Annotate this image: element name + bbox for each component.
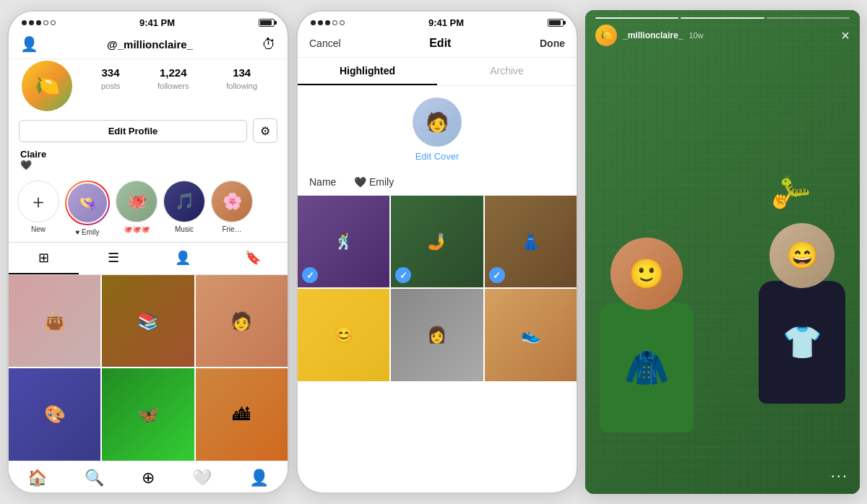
photo-cell-3[interactable]: 🧑 bbox=[196, 275, 288, 367]
dot2-1 bbox=[311, 20, 316, 25]
tab-list[interactable]: ☰ bbox=[79, 243, 149, 274]
tab-highlighted[interactable]: Highlighted bbox=[298, 58, 437, 85]
name-heart: 🖤 bbox=[354, 176, 366, 188]
profile-avatar[interactable]: 🍋 bbox=[20, 59, 74, 113]
photo-cell-6[interactable]: 🏙 bbox=[196, 368, 288, 460]
profile-header: 👤 @_millionclaire_ ⏱ bbox=[9, 31, 288, 59]
person2-head: 😄 bbox=[769, 223, 834, 288]
photo-cell-1[interactable]: 👜 bbox=[9, 275, 100, 367]
story-select-grid: 🕺 ✓ 🤳 ✓ 👗 ✓ 😊 👩 👟 bbox=[298, 196, 577, 381]
nav-heart-icon[interactable]: 🤍 bbox=[192, 469, 212, 487]
name-value: 🖤 Emily bbox=[354, 176, 394, 188]
status-right-2 bbox=[548, 19, 564, 27]
select-cell-6[interactable]: 👟 bbox=[485, 289, 577, 381]
nav-profile-icon[interactable]: 👤 bbox=[249, 469, 269, 487]
story-close-button[interactable]: × bbox=[841, 27, 850, 44]
dot2-5 bbox=[340, 20, 345, 25]
following-label: following bbox=[226, 82, 257, 90]
photo-4: 🎨 bbox=[9, 368, 100, 460]
story-friends[interactable]: 🌸 Frie… bbox=[211, 181, 253, 236]
person1-head: 🙂 bbox=[611, 238, 683, 310]
cover-avatar-emoji: 🧑 bbox=[426, 111, 449, 134]
edit-header: Cancel Edit Done bbox=[298, 31, 577, 58]
bottom-nav: 🏠 🔍 ⊕ 🤍 👤 bbox=[9, 461, 288, 494]
tab-tagged[interactable]: 👤 bbox=[148, 243, 218, 274]
progress-3 bbox=[767, 17, 850, 19]
edit-cover-link[interactable]: Edit Cover bbox=[415, 151, 460, 162]
story-username: _millionclaire_ bbox=[623, 30, 683, 40]
stat-following[interactable]: 134 following bbox=[226, 66, 257, 92]
status-time-2: 9:41 PM bbox=[428, 17, 464, 28]
select-cell-3[interactable]: 👗 ✓ bbox=[485, 196, 577, 287]
status-bar-2: 9:41 PM bbox=[298, 12, 577, 31]
name-text: Emily bbox=[369, 176, 394, 188]
story-avatar: 🍋 bbox=[595, 25, 617, 46]
edit-tabs: Highlighted Archive bbox=[298, 58, 577, 86]
photo-2: 📚 bbox=[102, 275, 194, 367]
select-cell-5[interactable]: 👩 bbox=[391, 289, 483, 381]
person2-shirt: 👕 bbox=[782, 323, 822, 361]
profile-username: @_millionclaire_ bbox=[107, 38, 193, 51]
name-label: Name bbox=[309, 176, 345, 188]
photo-3: 🧑 bbox=[196, 275, 288, 367]
person1-face: 🙂 bbox=[629, 257, 665, 291]
cover-avatar[interactable]: 🧑 bbox=[413, 97, 462, 147]
battery-icon-2 bbox=[548, 19, 564, 27]
avatar-stats-row: 🍋 334 posts 1,224 followers 134 followin… bbox=[9, 59, 288, 118]
nav-add-icon[interactable]: ⊕ bbox=[142, 469, 155, 487]
dot3 bbox=[36, 20, 41, 25]
select-photo-5: 👩 bbox=[391, 289, 483, 381]
story-bottom-bar: ··· bbox=[585, 458, 860, 494]
tab-archive[interactable]: Archive bbox=[437, 58, 577, 85]
followers-label: followers bbox=[158, 82, 189, 90]
avatar-image: 🍋 bbox=[22, 61, 72, 111]
person-2: 😄 👕 bbox=[759, 223, 845, 404]
status-time-1: 9:41 PM bbox=[139, 17, 175, 28]
edit-phone: 9:41 PM Cancel Edit Done Highlighted Arc… bbox=[296, 10, 578, 494]
story-music[interactable]: 🎵 Music bbox=[163, 181, 205, 236]
nav-search-icon[interactable]: 🔍 bbox=[85, 469, 104, 487]
dot2 bbox=[29, 20, 34, 25]
photo-cell-2[interactable]: 📚 bbox=[102, 275, 194, 367]
history-icon[interactable]: ⏱ bbox=[262, 36, 276, 53]
person2-face: 😄 bbox=[786, 240, 819, 271]
emoji-story-label: 🐙🐙🐙 bbox=[124, 225, 150, 233]
grid-tabs: ⊞ ☰ 👤 🔖 bbox=[9, 242, 288, 275]
photo-cell-4[interactable]: 🎨 bbox=[9, 368, 100, 460]
done-button[interactable]: Done bbox=[540, 38, 565, 49]
story-scene: 🙂 🧥 😄 👕 bbox=[585, 10, 860, 494]
following-count: 134 bbox=[226, 66, 257, 79]
story-emily[interactable]: 👒 ♥ Emily bbox=[65, 181, 110, 236]
emily-ring: 👒 bbox=[65, 181, 110, 225]
select-cell-2[interactable]: 🤳 ✓ bbox=[391, 196, 483, 287]
cancel-button[interactable]: Cancel bbox=[309, 38, 341, 49]
profile-phone: 9:41 PM 👤 @_millionclaire_ ⏱ 🍋 334 posts… bbox=[7, 10, 289, 494]
settings-button[interactable]: ⚙ bbox=[253, 118, 277, 143]
new-story-circle[interactable]: ＋ bbox=[17, 181, 59, 222]
story-panel: 🙂 🧥 😄 👕 bbox=[585, 10, 860, 494]
emoji-story-circle: 🐙 bbox=[116, 181, 158, 222]
nav-home-icon[interactable]: 🏠 bbox=[27, 469, 47, 487]
display-name: Claire bbox=[20, 149, 276, 160]
edit-profile-button[interactable]: Edit Profile bbox=[19, 120, 247, 142]
battery-icon bbox=[259, 19, 275, 27]
stories-row: ＋ New 👒 ♥ Emily 🐙 🐙🐙🐙 🎵 Music 🌸 Frie… bbox=[9, 176, 288, 242]
tab-grid[interactable]: ⊞ bbox=[9, 243, 79, 274]
cover-section: 🧑 Edit Cover bbox=[298, 86, 577, 169]
add-account-icon[interactable]: 👤 bbox=[20, 35, 38, 53]
tab-saved[interactable]: 🔖 bbox=[218, 243, 288, 274]
progress-2 bbox=[681, 17, 764, 19]
photo-cell-5[interactable]: 🦋 bbox=[102, 368, 194, 460]
story-time: 10w bbox=[689, 31, 703, 40]
select-cell-1[interactable]: 🕺 ✓ bbox=[298, 196, 389, 287]
select-cell-4[interactable]: 😊 bbox=[298, 289, 389, 381]
bio-section: Claire 🖤 bbox=[9, 149, 288, 176]
signal-dots-2 bbox=[311, 20, 345, 25]
story-emoji[interactable]: 🐙 🐙🐙🐙 bbox=[116, 181, 158, 236]
stat-followers[interactable]: 1,224 followers bbox=[158, 66, 189, 92]
photo-1: 👜 bbox=[9, 275, 100, 367]
story-new[interactable]: ＋ New bbox=[17, 181, 59, 236]
select-photo-4: 😊 bbox=[298, 289, 389, 381]
story-more-button[interactable]: ··· bbox=[831, 466, 848, 485]
dot2-2 bbox=[318, 20, 323, 25]
